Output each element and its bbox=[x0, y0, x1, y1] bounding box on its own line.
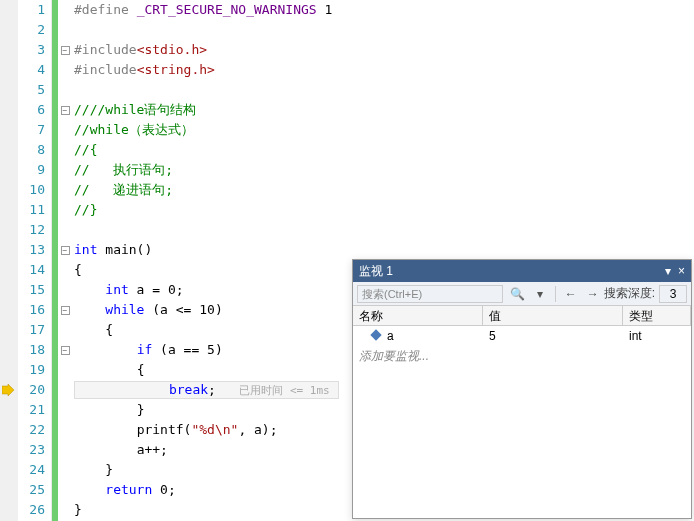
fold-column[interactable]: − − − − − bbox=[58, 0, 72, 521]
nav-forward-icon[interactable]: → bbox=[583, 284, 603, 304]
col-header-value[interactable]: 值 bbox=[483, 306, 623, 325]
variable-icon bbox=[370, 329, 381, 340]
watch-columns-header: 名称 值 类型 bbox=[353, 306, 691, 326]
svg-marker-0 bbox=[2, 384, 14, 396]
watch-var-type: int bbox=[623, 329, 691, 343]
code-line[interactable]: ////while语句结构 bbox=[72, 100, 694, 120]
code-line[interactable]: //} bbox=[72, 200, 694, 220]
breakpoint-margin[interactable] bbox=[0, 0, 18, 521]
fold-toggle-icon[interactable]: − bbox=[61, 346, 70, 355]
code-line[interactable] bbox=[72, 220, 694, 240]
watch-row[interactable]: a 5 int bbox=[353, 326, 691, 346]
add-watch-placeholder[interactable]: 添加要监视... bbox=[353, 346, 691, 367]
watch-titlebar[interactable]: 监视 1 ▾ × bbox=[353, 260, 691, 282]
code-line[interactable]: int main() bbox=[72, 240, 694, 260]
fold-toggle-icon[interactable]: − bbox=[61, 46, 70, 55]
code-line[interactable] bbox=[72, 20, 694, 40]
separator bbox=[555, 286, 556, 302]
execution-pointer-icon bbox=[2, 384, 14, 396]
code-line[interactable]: #include<stdio.h> bbox=[72, 40, 694, 60]
depth-label: 搜索深度: bbox=[604, 285, 655, 302]
watch-toolbar: 搜索(Ctrl+E) 🔍 ▾ ← → 搜索深度: 3 bbox=[353, 282, 691, 306]
depth-input[interactable]: 3 bbox=[659, 285, 687, 303]
code-line[interactable]: #define _CRT_SECURE_NO_WARNINGS 1 bbox=[72, 0, 694, 20]
fold-toggle-icon[interactable]: − bbox=[61, 106, 70, 115]
fold-toggle-icon[interactable]: − bbox=[61, 246, 70, 255]
close-icon[interactable]: × bbox=[678, 264, 685, 278]
nav-back-icon[interactable]: ← bbox=[561, 284, 581, 304]
code-line[interactable]: // 递进语句; bbox=[72, 180, 694, 200]
code-line[interactable]: //while（表达式） bbox=[72, 120, 694, 140]
col-header-name[interactable]: 名称 bbox=[353, 306, 483, 325]
perf-tip: 已用时间 <= 1ms bbox=[239, 384, 329, 397]
code-line[interactable]: //{ bbox=[72, 140, 694, 160]
code-line[interactable] bbox=[72, 80, 694, 100]
line-number-gutter: 12345 678910 1112131415 1617181920 21222… bbox=[18, 0, 52, 521]
watch-var-value: 5 bbox=[483, 329, 623, 343]
watch-var-name: a bbox=[387, 329, 394, 343]
code-line[interactable]: #include<string.h> bbox=[72, 60, 694, 80]
dropdown-icon[interactable]: ▾ bbox=[530, 284, 550, 304]
watch-title-label: 监视 1 bbox=[359, 260, 393, 282]
col-header-type[interactable]: 类型 bbox=[623, 306, 691, 325]
watch-search-input[interactable]: 搜索(Ctrl+E) bbox=[357, 285, 503, 303]
search-icon[interactable]: 🔍 bbox=[508, 284, 528, 304]
watch-panel: 监视 1 ▾ × 搜索(Ctrl+E) 🔍 ▾ ← → 搜索深度: 3 名称 值… bbox=[352, 259, 692, 519]
code-line[interactable]: // 执行语句; bbox=[72, 160, 694, 180]
dropdown-icon[interactable]: ▾ bbox=[665, 264, 671, 278]
fold-toggle-icon[interactable]: − bbox=[61, 306, 70, 315]
